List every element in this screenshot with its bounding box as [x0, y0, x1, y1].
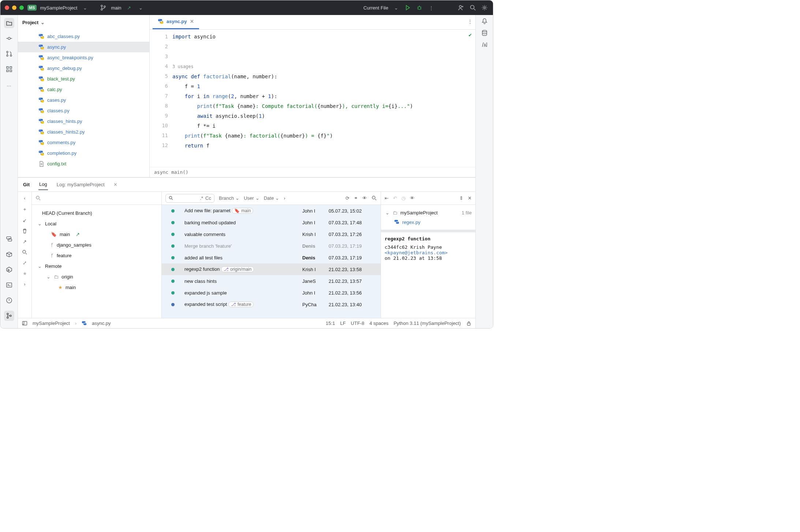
local-group[interactable]: ⌄Local — [32, 218, 161, 229]
branch-icon[interactable] — [99, 4, 107, 12]
add-user-icon[interactable] — [457, 4, 465, 12]
group-by-icon[interactable]: ⇤ — [385, 195, 389, 201]
project-file-row[interactable]: config.txt — [18, 158, 149, 169]
editor-tab[interactable]: async.py ✕ — [153, 15, 199, 29]
terminal-icon[interactable] — [4, 280, 14, 290]
match-case-toggle[interactable]: Cc — [205, 195, 211, 201]
file-encoding[interactable]: UTF-8 — [351, 321, 365, 326]
vcs-toolwindow-icon[interactable] — [4, 311, 14, 321]
refresh-icon[interactable]: ⟳ — [345, 195, 349, 201]
close-icon[interactable]: ✕ — [190, 19, 194, 24]
git-tab-git[interactable]: Git — [22, 180, 30, 190]
undo-icon[interactable]: ↶ — [393, 195, 397, 201]
git-log-row[interactable]: added all test files Denis07.03.23, 17:1… — [162, 252, 381, 263]
delete-icon[interactable] — [22, 228, 27, 234]
indent-setting[interactable]: 4 spaces — [369, 321, 388, 326]
pull-requests-icon[interactable] — [4, 49, 14, 59]
project-file-row[interactable]: async_breakpoints.py — [18, 52, 149, 63]
git-tab-repo-log[interactable]: Log: mySampleProject — [56, 180, 105, 190]
branch-row[interactable]: ★main — [32, 282, 161, 293]
code-area[interactable]: import asyncio 3 usages async def factor… — [172, 30, 475, 167]
project-file-row[interactable]: async_debug.py — [18, 63, 149, 74]
chevron-right-icon[interactable]: › — [284, 195, 285, 201]
structure-toolwindow-icon[interactable] — [4, 64, 14, 74]
chevron-down-icon[interactable]: ⌄ — [41, 20, 45, 25]
close-icon[interactable]: ✕ — [468, 195, 472, 201]
project-file-row[interactable]: calc.py — [18, 84, 149, 95]
editor-breadcrumb[interactable]: async main() — [150, 167, 475, 177]
breadcrumb-root[interactable]: mySampleProject — [33, 321, 70, 326]
branch-row[interactable]: ᚶfeature — [32, 250, 161, 261]
log-search-input[interactable]: .*Cc — [165, 194, 214, 203]
project-tree[interactable]: abc_classes.pyasync.pyasync_breakpoints.… — [18, 30, 149, 177]
git-log-row[interactable]: regexp2 function ⎇ origin/mainKrish I21.… — [162, 263, 381, 275]
git-log-row[interactable]: valuable comments Krish I07.03.23, 17:26 — [162, 228, 381, 240]
more-icon[interactable]: ⋮ — [468, 19, 472, 24]
window-min-dot[interactable] — [12, 5, 16, 10]
search-icon[interactable] — [371, 195, 377, 201]
window-close-dot[interactable] — [5, 5, 9, 10]
head-row[interactable]: HEAD (Current Branch) — [32, 208, 161, 218]
search-icon[interactable] — [22, 250, 27, 255]
run-config-label[interactable]: Current File — [363, 5, 388, 11]
caret-position[interactable]: 15:1 — [326, 321, 335, 326]
services-icon[interactable] — [4, 265, 14, 275]
eye-icon[interactable]: 👁 — [362, 195, 367, 201]
chevron-down-icon[interactable]: ⌄ — [137, 4, 145, 12]
project-file-row[interactable]: async.py — [18, 42, 149, 52]
project-file-row[interactable]: completion.py — [18, 148, 149, 158]
database-icon[interactable] — [481, 30, 488, 36]
project-toolwindow-icon[interactable] — [4, 18, 14, 28]
line-separator[interactable]: LF — [340, 321, 345, 326]
debug-icon[interactable] — [415, 4, 423, 12]
branch-row[interactable]: ᚶdjango_samples — [32, 240, 161, 250]
update-icon[interactable]: ↙ — [23, 218, 27, 223]
close-icon[interactable]: ✕ — [113, 182, 117, 187]
project-file-row[interactable]: classes.py — [18, 105, 149, 116]
push-icon[interactable]: ↗ — [23, 239, 27, 244]
git-log-list[interactable]: Add new file: paramet 🔖 mainJohn I05.07.… — [162, 205, 381, 318]
endpoints-icon[interactable] — [481, 41, 488, 48]
git-log-row[interactable]: expanded test script ⎇ featurePyCha21.02… — [162, 299, 381, 310]
project-panel-title[interactable]: Project — [22, 20, 38, 25]
project-file-row[interactable]: abc_classes.py — [18, 31, 149, 42]
project-file-row[interactable]: black_test.py — [18, 74, 149, 84]
git-log-row[interactable]: expanded js sample John I21.02.23, 13:56 — [162, 287, 381, 299]
more-toolwindows-icon[interactable]: … — [4, 79, 14, 90]
origin-group[interactable]: ⌄🗀origin — [32, 271, 161, 282]
project-file-row[interactable]: classes_hints.py — [18, 116, 149, 127]
project-file-row[interactable]: comments.py — [18, 137, 149, 148]
changed-file-row[interactable]: regex.py — [385, 217, 472, 227]
window-max-dot[interactable] — [19, 5, 24, 10]
date-filter[interactable]: Date ⌄ — [264, 195, 279, 201]
breadcrumb-file[interactable]: async.py — [92, 321, 111, 326]
run-icon[interactable] — [404, 4, 412, 12]
python-packages-icon[interactable] — [4, 249, 14, 259]
remote-group[interactable]: ⌄Remote — [32, 261, 161, 271]
push-arrow-icon[interactable]: ↗ — [125, 4, 133, 12]
changed-root-row[interactable]: ⌄🗀mySampleProject1 file — [385, 208, 472, 217]
usages-hint[interactable]: 3 usages — [172, 64, 194, 69]
chevron-down-icon[interactable]: ⌄ — [81, 4, 89, 12]
search-icon[interactable] — [35, 195, 41, 201]
readonly-toggle-icon[interactable] — [466, 321, 472, 326]
git-log-row[interactable]: Add new file: paramet 🔖 mainJohn I05.07.… — [162, 205, 381, 217]
project-file-row[interactable]: cases.py — [18, 95, 149, 105]
author-email-link[interactable]: <kpayne@jetbrains.com> — [385, 250, 448, 255]
more-icon[interactable]: ⋮ — [427, 4, 435, 12]
branch-filter[interactable]: Branch ⌄ — [219, 195, 239, 201]
expand-collapse-icon[interactable]: ⇕ — [459, 195, 463, 201]
star-icon[interactable]: ★ — [23, 271, 27, 276]
commit-toolwindow-icon[interactable] — [4, 33, 14, 44]
chevron-right-icon[interactable]: › — [24, 281, 25, 287]
add-icon[interactable]: ＋ — [22, 206, 27, 213]
regex-toggle[interactable]: .* — [200, 195, 203, 201]
toolwindows-toggle-icon[interactable] — [22, 321, 27, 326]
git-log-row[interactable]: barking method updated John I07.03.23, 1… — [162, 217, 381, 228]
cherry-pick-icon[interactable]: ⚭ — [354, 195, 358, 201]
inspection-ok-icon[interactable]: ✔ — [469, 32, 472, 38]
history-icon[interactable]: ◷ — [401, 195, 405, 201]
git-log-row[interactable]: new class hints JaneS21.02.23, 13:57 — [162, 275, 381, 287]
notifications-icon[interactable] — [481, 18, 488, 25]
branch-name[interactable]: main — [111, 5, 121, 11]
